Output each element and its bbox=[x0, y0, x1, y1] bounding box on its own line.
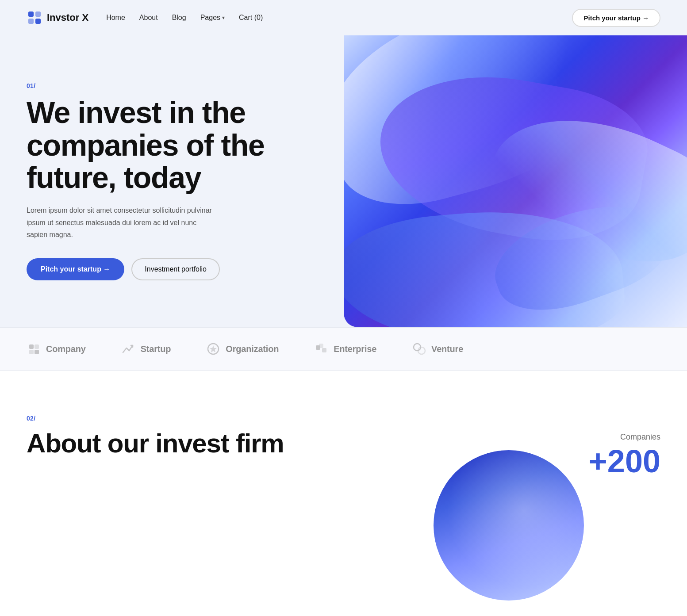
brand-venture: Venture bbox=[412, 342, 463, 356]
logo-text: Invstor X bbox=[47, 12, 88, 23]
hero-art bbox=[344, 35, 687, 327]
brand-company: Company bbox=[27, 342, 86, 356]
stats-label: Companies bbox=[589, 432, 660, 442]
pitch-startup-nav-button[interactable]: Pitch your startup → bbox=[572, 9, 660, 27]
pitch-startup-hero-button[interactable]: Pitch your startup → bbox=[27, 258, 124, 280]
hero-section-label: 01/ bbox=[27, 82, 317, 89]
hero-buttons: Pitch your startup → Investment portfoli… bbox=[27, 258, 317, 280]
about-circle bbox=[434, 450, 584, 601]
svg-rect-0 bbox=[28, 11, 34, 17]
stats-number: +200 bbox=[589, 445, 660, 477]
investment-portfolio-button[interactable]: Investment portfolio bbox=[131, 258, 220, 280]
brand-organization-label: Organization bbox=[226, 344, 279, 354]
nav-item-cart[interactable]: Cart (0) bbox=[239, 14, 263, 22]
company-icon bbox=[27, 342, 41, 356]
brand-enterprise: Enterprise bbox=[314, 342, 376, 356]
svg-rect-10 bbox=[322, 348, 326, 352]
hero-section: 01/ We invest in the companies of the fu… bbox=[0, 35, 687, 327]
navbar: Invstor X Home About Blog Pages ▾ Cart (… bbox=[0, 0, 687, 35]
chevron-down-icon: ▾ bbox=[222, 15, 225, 21]
nav-item-about[interactable]: About bbox=[139, 14, 158, 22]
nav-link-pages[interactable]: Pages ▾ bbox=[200, 14, 225, 22]
brand-company-label: Company bbox=[46, 344, 86, 354]
svg-rect-5 bbox=[35, 344, 39, 349]
nav-link-cart[interactable]: Cart (0) bbox=[239, 14, 263, 21]
nav-item-home[interactable]: Home bbox=[106, 14, 125, 22]
about-title: About our invest firm bbox=[27, 429, 330, 458]
navbar-left: Invstor X Home About Blog Pages ▾ Cart (… bbox=[27, 10, 263, 26]
brand-startup-label: Startup bbox=[141, 344, 171, 354]
nav-item-pages[interactable]: Pages ▾ bbox=[200, 14, 225, 22]
svg-rect-7 bbox=[35, 350, 39, 354]
hero-visual bbox=[344, 35, 687, 327]
about-content: 02/ About our invest firm bbox=[27, 415, 330, 458]
nav-link-home[interactable]: Home bbox=[106, 14, 125, 21]
startup-icon bbox=[121, 342, 135, 356]
nav-item-blog[interactable]: Blog bbox=[172, 14, 186, 22]
nav-link-blog[interactable]: Blog bbox=[172, 14, 186, 21]
brands-strip: Company Startup Organization Enterprise … bbox=[0, 327, 687, 371]
hero-title: We invest in the companies of the future… bbox=[27, 96, 317, 194]
about-visual: Companies +200 bbox=[357, 415, 661, 601]
svg-rect-3 bbox=[35, 19, 41, 24]
nav-links: Home About Blog Pages ▾ Cart (0) bbox=[106, 14, 263, 22]
svg-rect-1 bbox=[35, 11, 41, 17]
brand-venture-label: Venture bbox=[431, 344, 463, 354]
svg-rect-6 bbox=[29, 350, 34, 354]
venture-icon bbox=[412, 342, 426, 356]
logo-icon bbox=[27, 10, 42, 26]
about-stats: Companies +200 bbox=[589, 432, 660, 477]
brand-organization: Organization bbox=[206, 342, 279, 356]
hero-content: 01/ We invest in the companies of the fu… bbox=[0, 35, 344, 327]
about-section-label: 02/ bbox=[27, 415, 330, 422]
hero-description: Lorem ipsum dolor sit amet consectetur s… bbox=[27, 204, 212, 241]
svg-rect-2 bbox=[28, 19, 34, 24]
logo[interactable]: Invstor X bbox=[27, 10, 88, 26]
organization-icon bbox=[206, 342, 220, 356]
enterprise-icon bbox=[314, 342, 328, 356]
svg-rect-4 bbox=[29, 344, 34, 349]
about-circle-inner bbox=[434, 450, 584, 601]
nav-link-about[interactable]: About bbox=[139, 14, 158, 21]
brand-startup: Startup bbox=[121, 342, 171, 356]
svg-rect-11 bbox=[319, 344, 323, 348]
about-section: 02/ About our invest firm Companies +200 bbox=[0, 371, 687, 616]
brand-enterprise-label: Enterprise bbox=[334, 344, 376, 354]
